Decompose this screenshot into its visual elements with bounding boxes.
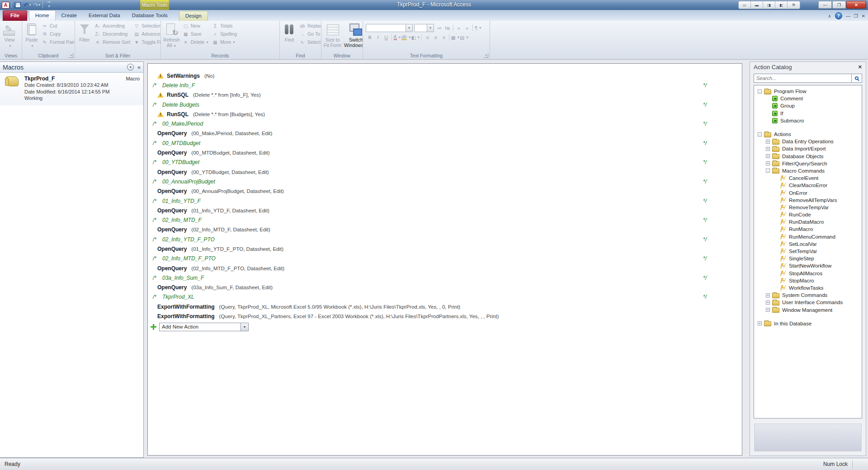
expand-icon[interactable]: + xyxy=(766,301,770,305)
macro-comment-row[interactable]: /*TkprProd_XL*/ xyxy=(148,292,742,302)
macro-comment-row[interactable]: /*00_MakeJPeriod*/ xyxy=(148,119,742,128)
session-window-button[interactable]: ◧ xyxy=(775,1,788,9)
tree-item-runmacro[interactable]: RunMacro xyxy=(754,226,862,233)
macro-design-pane[interactable]: !SetWarnings(No)/*Delete Info_F*/!RunSQL… xyxy=(147,63,742,456)
collapse-icon[interactable]: - xyxy=(758,89,762,94)
collapse-icon[interactable]: - xyxy=(766,169,770,173)
macro-action-row[interactable]: !RunSQL(Delete *.* from [Info_F], Yes) xyxy=(148,90,742,100)
tree-item-user-interface-commands[interactable]: +User Interface Commands xyxy=(754,299,862,306)
copy-button[interactable]: ⧉Copy xyxy=(40,30,75,38)
toggle-filter-button[interactable]: ▼Toggle Filter xyxy=(132,38,160,46)
bold-button[interactable]: B xyxy=(366,33,374,41)
expand-icon[interactable]: + xyxy=(766,154,770,158)
selection-button[interactable]: ▽Selection▼ xyxy=(132,22,160,30)
expand-icon[interactable]: + xyxy=(766,140,770,144)
view-button[interactable]: View▼ xyxy=(1,22,18,48)
search-input[interactable] xyxy=(754,74,851,83)
action-catalog-close-icon[interactable]: ✕ xyxy=(858,64,862,70)
tree-item-group[interactable]: Group xyxy=(754,102,862,109)
ascending-button[interactable]: A↓Ascending xyxy=(93,22,132,30)
alignr-button[interactable]: ≡ xyxy=(439,33,448,41)
grid-button[interactable]: ▦▼ xyxy=(451,33,460,41)
fill-button[interactable]: ◧▼ xyxy=(411,33,420,41)
tree-item-stopallmacros[interactable]: StopAllMacros xyxy=(754,270,862,277)
macro-action-row[interactable]: ExportWithFormatting(Query, TkprProd_XL,… xyxy=(148,302,742,311)
macro-action-row[interactable]: !SetWarnings(No) xyxy=(148,71,742,80)
tree-item-window-management[interactable]: +Window Management xyxy=(754,306,862,313)
totals-button[interactable]: ΣTotals xyxy=(211,22,239,30)
add-action-plus-icon[interactable] xyxy=(151,324,156,330)
macro-action-row[interactable]: OpenQuery(00_MakeJPeriod, Datasheet, Edi… xyxy=(148,129,742,138)
macro-comment-row[interactable]: /*Delete Info_F*/ xyxy=(148,80,742,90)
minimize-ribbon-icon[interactable]: ∧ xyxy=(828,14,831,19)
macro-action-row[interactable]: OpenQuery(00_MTDBudget, Datasheet, Edit) xyxy=(148,148,742,157)
tree-item-settempvar[interactable]: SetTempVar xyxy=(754,248,862,255)
dialog-launcher-icon[interactable]: ↘ xyxy=(484,53,488,58)
session-window-button[interactable]: ◨ xyxy=(763,1,775,9)
dialog-launcher-icon[interactable]: ↘ xyxy=(69,53,73,58)
alignc-button[interactable]: ≡ xyxy=(431,33,439,41)
alignl-button[interactable]: ≡ xyxy=(423,33,431,41)
tab-external-data[interactable]: External Data xyxy=(83,11,126,21)
tree-item-system-commands[interactable]: +System Commands xyxy=(754,291,862,299)
indentinc-button[interactable]: » xyxy=(463,24,471,32)
macro-action-row[interactable]: ExportWithFormatting(Query, TkprProd_XL_… xyxy=(148,311,742,321)
macro-action-row[interactable]: OpenQuery(01_Info_YTD_F, Datasheet, Edit… xyxy=(148,206,742,215)
tree-item-actions[interactable]: -Actions xyxy=(754,131,862,138)
add-new-action-dropdown-icon[interactable]: ▼ xyxy=(241,323,248,331)
switch-windows-button[interactable]: SwitchWindows▼ xyxy=(343,22,363,48)
tree-item-data-import-export[interactable]: +Data Import/Export xyxy=(754,145,862,152)
select-button[interactable]: ⇖Select▼ xyxy=(298,38,321,46)
font-size-combobox[interactable]: ▼ xyxy=(414,24,434,32)
expand-icon[interactable]: + xyxy=(766,161,770,165)
remove-sort-button[interactable]: ✕Remove Sort xyxy=(93,38,132,46)
session-window-button[interactable]: ⧉ xyxy=(788,1,800,9)
tree-item-database-objects[interactable]: +Database Objects xyxy=(754,153,862,160)
tree-item-removetempvar[interactable]: RemoveTempVar xyxy=(754,204,862,211)
bullets-button[interactable]: ≔ xyxy=(435,24,443,32)
tree-item-runmenucommand[interactable]: RunMenuCommand xyxy=(754,233,862,240)
highlight-button[interactable]: ab▼ xyxy=(401,33,411,41)
macro-comment-row[interactable]: /*02_Info_MTD_F_PTO*/ xyxy=(148,254,742,263)
tree-item-removealltempvars[interactable]: RemoveAllTempVars xyxy=(754,197,862,204)
format-painter-button[interactable]: ✎Format Painter xyxy=(40,38,75,46)
para-button[interactable]: ¶▼ xyxy=(474,24,482,32)
paste-button[interactable]: Paste▼ xyxy=(23,22,40,48)
macro-comment-row[interactable]: /*02_Info_MTD_F*/ xyxy=(148,215,742,225)
advanced-button[interactable]: ▤Advanced▼ xyxy=(132,30,160,38)
restore-button[interactable]: ❐ xyxy=(832,1,846,9)
tree-item-setlocalvar[interactable]: SetLocalVar xyxy=(754,240,862,248)
tab-design[interactable]: Design xyxy=(179,11,208,21)
search-button[interactable] xyxy=(851,74,862,83)
tree-item-comment[interactable]: Comment xyxy=(754,95,862,102)
new-button[interactable]: ▢New xyxy=(181,22,211,30)
save-button[interactable]: ▦Save xyxy=(181,30,211,38)
numbering-button[interactable]: № xyxy=(443,24,452,32)
tree-item-cancelevent[interactable]: CancelEvent xyxy=(754,174,862,182)
expand-icon[interactable]: + xyxy=(766,293,770,297)
db-window-minimize-icon[interactable]: — xyxy=(846,14,850,19)
tree-item-startnewworkflow[interactable]: StartNewWorkflow xyxy=(754,262,862,269)
filter-button[interactable]: Filter xyxy=(76,22,93,48)
altrow-button[interactable]: ▤▼ xyxy=(460,33,469,41)
macro-comment-row[interactable]: /*02_Info_YTD_F_PTO*/ xyxy=(148,235,742,244)
tree-item-stopmacro[interactable]: StopMacro xyxy=(754,277,862,284)
tree-item-filter-query-search[interactable]: +Filter/Query/Search xyxy=(754,160,862,167)
font-name-combobox[interactable]: ▼ xyxy=(366,24,413,32)
more-button[interactable]: ▦More▼ xyxy=(211,38,239,46)
nav-macro-item[interactable]: TkprProd_F Macro Date Created: 8/19/2010… xyxy=(0,73,143,105)
tree-item-program-flow[interactable]: -Program Flow xyxy=(754,88,862,95)
replace-button[interactable]: abReplace xyxy=(298,22,321,30)
session-window-button[interactable]: ▭ xyxy=(739,1,751,9)
tree-item-workflowtasks[interactable]: WorkflowTasks xyxy=(754,284,862,291)
tree-item-data-entry-operations[interactable]: +Data Entry Operations xyxy=(754,138,862,145)
help-icon[interactable]: ? xyxy=(835,12,842,19)
db-window-close-icon[interactable]: ✕ xyxy=(862,14,865,19)
tree-item-clearmacroerror[interactable]: ClearMacroError xyxy=(754,182,862,189)
close-button[interactable]: ✕ xyxy=(846,1,866,9)
macro-action-row[interactable]: OpenQuery(02_Info_MTD_F_PTO, Datasheet, … xyxy=(148,263,742,273)
tab-home[interactable]: Home xyxy=(29,10,56,21)
navigation-pane-header[interactable]: Macros ▼ « xyxy=(0,62,143,73)
macro-comment-row[interactable]: /*01_Info_YTD_F*/ xyxy=(148,196,742,206)
tree-item-if[interactable]: If xyxy=(754,110,862,117)
